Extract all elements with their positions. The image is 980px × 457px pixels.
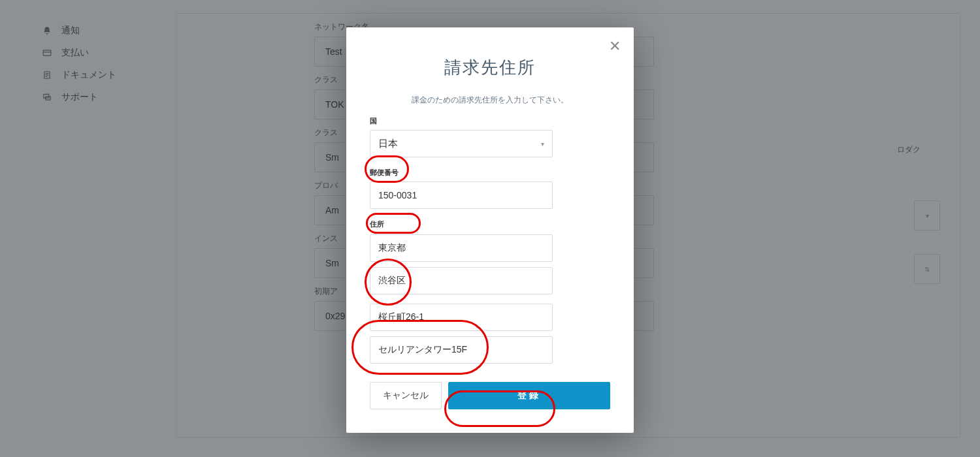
chevron-down-icon: ▾ xyxy=(541,140,544,148)
postal-input[interactable] xyxy=(370,181,553,209)
country-value: 日本 xyxy=(378,138,398,150)
postal-label: 郵便番号 xyxy=(370,168,610,178)
country-select[interactable]: 日本 ▾ xyxy=(370,130,553,157)
modal-title: 請求先住所 xyxy=(370,56,610,79)
app-root: 通知 支払い ドキュメント サポート ネットワーク名 クラス xyxy=(0,0,980,457)
submit-button-label: 登録 xyxy=(517,390,541,402)
billing-address-modal: ✕ 請求先住所 課金のための請求先住所を入力して下さい。 国 日本 ▾ 郵便番号… xyxy=(346,27,634,433)
address-line1-input[interactable] xyxy=(370,304,553,331)
modal-actions: キャンセル 登録 xyxy=(370,382,610,409)
modal-subtitle: 課金のための請求先住所を入力して下さい。 xyxy=(370,95,610,106)
address-line2-input[interactable] xyxy=(370,336,553,364)
country-label: 国 xyxy=(370,116,610,126)
cancel-button-label: キャンセル xyxy=(383,390,429,402)
close-icon[interactable]: ✕ xyxy=(609,39,621,54)
address-label: 住所 xyxy=(370,219,610,229)
city-input[interactable] xyxy=(370,267,553,294)
submit-button[interactable]: 登録 xyxy=(448,382,610,409)
cancel-button[interactable]: キャンセル xyxy=(370,382,442,409)
prefecture-input[interactable] xyxy=(370,234,553,262)
